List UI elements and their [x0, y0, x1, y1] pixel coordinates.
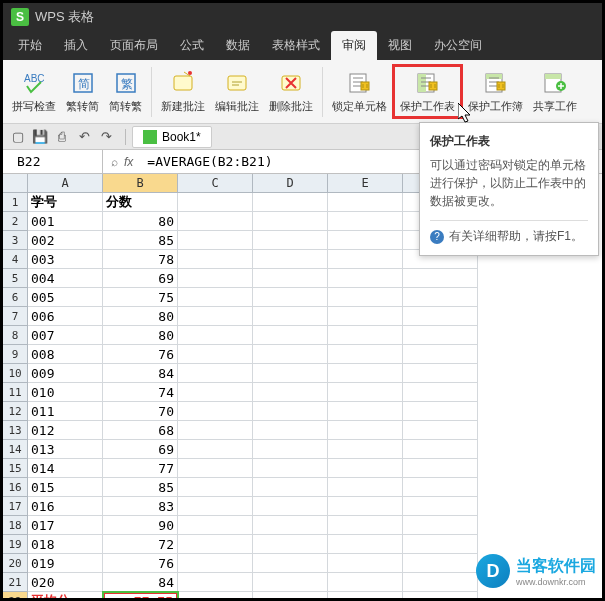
row-header[interactable]: 19: [3, 535, 28, 554]
cell[interactable]: 74: [103, 383, 178, 402]
cell[interactable]: 76: [103, 345, 178, 364]
cell[interactable]: [403, 478, 478, 497]
row-header[interactable]: 16: [3, 478, 28, 497]
cell[interactable]: [328, 345, 403, 364]
cell[interactable]: 80: [103, 212, 178, 231]
cell[interactable]: 012: [28, 421, 103, 440]
col-header-C[interactable]: C: [178, 174, 253, 193]
menu-开始[interactable]: 开始: [7, 31, 53, 60]
cell[interactable]: [403, 269, 478, 288]
cell[interactable]: [178, 288, 253, 307]
row-header[interactable]: 11: [3, 383, 28, 402]
cell[interactable]: 75: [103, 288, 178, 307]
cell[interactable]: 004: [28, 269, 103, 288]
cell[interactable]: [253, 402, 328, 421]
cell[interactable]: [178, 535, 253, 554]
ribbon-拼写检查[interactable]: ABC拼写检查: [7, 67, 61, 116]
cell[interactable]: [253, 592, 328, 601]
cell[interactable]: [253, 516, 328, 535]
cell[interactable]: [328, 478, 403, 497]
cell[interactable]: 78: [103, 250, 178, 269]
select-all-corner[interactable]: [3, 174, 28, 193]
cell[interactable]: 80: [103, 326, 178, 345]
cell[interactable]: [253, 326, 328, 345]
cell[interactable]: [253, 421, 328, 440]
cell[interactable]: [253, 307, 328, 326]
cell[interactable]: 013: [28, 440, 103, 459]
menu-页面布局[interactable]: 页面布局: [99, 31, 169, 60]
undo-icon[interactable]: ↶: [75, 128, 93, 146]
cell[interactable]: [328, 250, 403, 269]
row-header[interactable]: 17: [3, 497, 28, 516]
cell[interactable]: 001: [28, 212, 103, 231]
cell[interactable]: 83: [103, 497, 178, 516]
ribbon-繁转简[interactable]: 简繁转简: [61, 67, 104, 116]
cell[interactable]: 平均分: [28, 592, 103, 601]
col-header-A[interactable]: A: [28, 174, 103, 193]
cell[interactable]: [403, 440, 478, 459]
cell[interactable]: [328, 193, 403, 212]
cell[interactable]: [178, 364, 253, 383]
cell[interactable]: [328, 231, 403, 250]
ribbon-锁定单元格[interactable]: 锁定单元格: [327, 67, 392, 116]
cell[interactable]: 007: [28, 326, 103, 345]
cell[interactable]: [253, 231, 328, 250]
menu-数据[interactable]: 数据: [215, 31, 261, 60]
formula-dropdown-icon[interactable]: ⌕: [111, 155, 118, 169]
row-header[interactable]: 18: [3, 516, 28, 535]
cell[interactable]: [178, 250, 253, 269]
cell[interactable]: [403, 364, 478, 383]
fx-icon[interactable]: fx: [124, 155, 133, 169]
cell[interactable]: [403, 459, 478, 478]
cell[interactable]: [328, 364, 403, 383]
row-header[interactable]: 4: [3, 250, 28, 269]
cell[interactable]: [178, 421, 253, 440]
cell[interactable]: [253, 535, 328, 554]
row-header[interactable]: 7: [3, 307, 28, 326]
ribbon-保护工作表[interactable]: 保护工作表: [392, 64, 463, 119]
ribbon-删除批注[interactable]: 删除批注: [264, 67, 318, 116]
cell[interactable]: 70: [103, 402, 178, 421]
cell[interactable]: [403, 554, 478, 573]
cell[interactable]: [178, 326, 253, 345]
cell[interactable]: 017: [28, 516, 103, 535]
cell[interactable]: [178, 383, 253, 402]
menu-审阅[interactable]: 审阅: [331, 31, 377, 60]
cell[interactable]: [403, 402, 478, 421]
row-header[interactable]: 22: [3, 592, 28, 601]
cell[interactable]: [178, 497, 253, 516]
name-box[interactable]: B22: [3, 150, 103, 173]
cell[interactable]: [253, 345, 328, 364]
cell[interactable]: 020: [28, 573, 103, 592]
cell[interactable]: [178, 459, 253, 478]
cell[interactable]: 85: [103, 231, 178, 250]
ribbon-编辑批注[interactable]: 编辑批注: [210, 67, 264, 116]
cell[interactable]: 85: [103, 478, 178, 497]
cell[interactable]: [178, 573, 253, 592]
cell[interactable]: [253, 288, 328, 307]
cell[interactable]: [403, 307, 478, 326]
cell[interactable]: [178, 478, 253, 497]
cell[interactable]: 77.75: [103, 592, 178, 601]
redo-icon[interactable]: ↷: [97, 128, 115, 146]
cell[interactable]: 006: [28, 307, 103, 326]
cell[interactable]: [328, 212, 403, 231]
cell[interactable]: [403, 421, 478, 440]
cell[interactable]: 84: [103, 364, 178, 383]
cell[interactable]: 69: [103, 269, 178, 288]
save-icon[interactable]: 💾: [31, 128, 49, 146]
row-header[interactable]: 5: [3, 269, 28, 288]
cell[interactable]: 019: [28, 554, 103, 573]
cell[interactable]: [253, 364, 328, 383]
cell[interactable]: [328, 288, 403, 307]
col-header-B[interactable]: B: [103, 174, 178, 193]
new-icon[interactable]: ▢: [9, 128, 27, 146]
cell[interactable]: [328, 573, 403, 592]
cell[interactable]: [253, 250, 328, 269]
cell[interactable]: [403, 345, 478, 364]
cell[interactable]: [403, 535, 478, 554]
print-icon[interactable]: ⎙: [53, 128, 71, 146]
cell[interactable]: [253, 497, 328, 516]
col-header-D[interactable]: D: [253, 174, 328, 193]
cell[interactable]: [178, 554, 253, 573]
